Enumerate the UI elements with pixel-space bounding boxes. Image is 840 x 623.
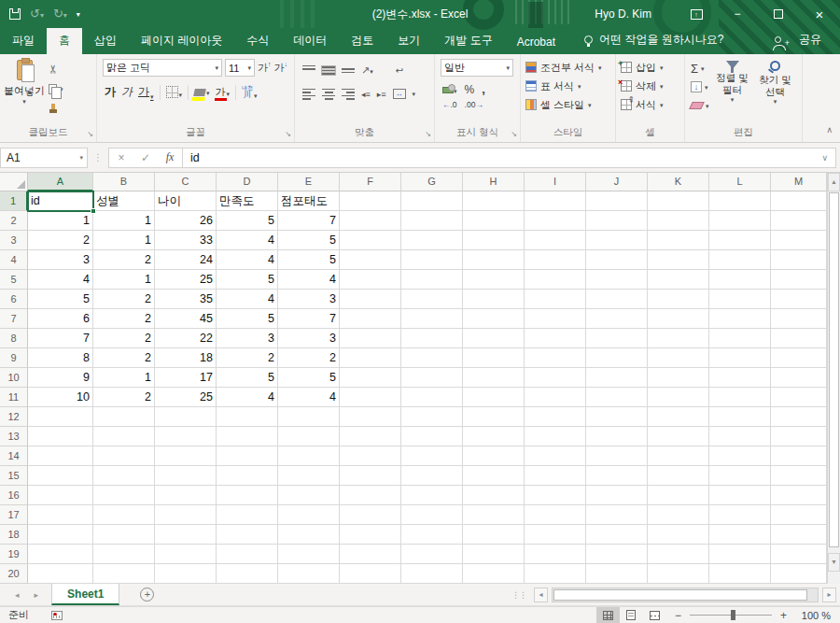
cell-I1[interactable]	[525, 191, 586, 211]
cell-J2[interactable]	[586, 211, 648, 231]
row-header-5[interactable]: 5	[0, 270, 28, 290]
cell-J18[interactable]	[586, 525, 648, 545]
zoom-slider[interactable]	[690, 607, 772, 623]
cell-D5[interactable]: 5	[217, 270, 278, 290]
cell-J1[interactable]	[586, 191, 648, 211]
font-name-combo[interactable]: 맑은 고딕▾	[103, 59, 222, 77]
cell-D11[interactable]: 4	[217, 388, 278, 407]
cell-K13[interactable]	[648, 427, 709, 446]
cell-B6[interactable]: 2	[93, 290, 155, 309]
cell-G9[interactable]	[401, 348, 463, 368]
cell-M9[interactable]	[771, 348, 827, 368]
cell-A4[interactable]: 3	[28, 250, 93, 270]
cell-K19[interactable]	[648, 545, 709, 564]
column-header-B[interactable]: B	[93, 173, 155, 191]
column-header-L[interactable]: L	[709, 173, 771, 191]
cell-M14[interactable]	[771, 446, 827, 466]
cell-L16[interactable]	[709, 486, 771, 505]
row-header-17[interactable]: 17	[0, 505, 28, 525]
redo-dropdown-icon[interactable]: ▾	[63, 11, 67, 20]
cell-G19[interactable]	[401, 545, 463, 564]
column-header-A[interactable]: A	[28, 173, 93, 191]
cell-E15[interactable]	[278, 466, 340, 486]
cell-F4[interactable]	[340, 250, 401, 270]
fill-color-button[interactable]: ▾	[194, 89, 210, 96]
cell-E16[interactable]	[278, 486, 340, 505]
column-header-K[interactable]: K	[648, 173, 709, 191]
cell-E2[interactable]: 7	[278, 211, 340, 231]
italic-button[interactable]: 가	[121, 84, 133, 100]
cell-E17[interactable]	[278, 505, 340, 525]
cell-K7[interactable]	[648, 309, 709, 329]
cell-K3[interactable]	[648, 231, 709, 250]
cell-G13[interactable]	[401, 427, 463, 446]
increase-decimal-button[interactable]: ←.0	[442, 100, 457, 109]
cell-K10[interactable]	[648, 368, 709, 388]
zoom-in-button[interactable]: +	[772, 609, 795, 622]
fill-handle[interactable]	[91, 208, 96, 214]
font-dialog-launcher-icon[interactable]: ↘	[285, 130, 291, 138]
cell-D8[interactable]: 3	[217, 329, 278, 348]
scroll-up-icon[interactable]: ▲	[828, 173, 840, 191]
cell-B13[interactable]	[93, 427, 155, 446]
cell-M1[interactable]	[771, 191, 827, 211]
cell-J15[interactable]	[586, 466, 648, 486]
row-header-15[interactable]: 15	[0, 466, 28, 486]
cell-L11[interactable]	[709, 388, 771, 407]
cell-I19[interactable]	[525, 545, 586, 564]
cell-K17[interactable]	[648, 505, 709, 525]
cell-C15[interactable]	[155, 466, 217, 486]
formula-bar-resize-handle[interactable]: ⋮	[93, 152, 103, 163]
ribbon-tab-파일[interactable]: 파일	[0, 28, 47, 54]
macro-record-icon[interactable]	[51, 611, 63, 620]
cell-C8[interactable]: 22	[155, 329, 217, 348]
cancel-entry-button[interactable]: ×	[109, 151, 133, 164]
expand-formula-bar-icon[interactable]: ∨	[814, 153, 835, 163]
row-header-14[interactable]: 14	[0, 446, 28, 466]
cell-J17[interactable]	[586, 505, 648, 525]
cell-B8[interactable]: 2	[93, 329, 155, 348]
clear-button[interactable]: ▾	[691, 98, 709, 113]
cell-G8[interactable]	[401, 329, 463, 348]
row-header-8[interactable]: 8	[0, 329, 28, 348]
cell-M2[interactable]	[771, 211, 827, 231]
cell-F9[interactable]	[340, 348, 401, 368]
cell-F7[interactable]	[340, 309, 401, 329]
increase-indent-button[interactable]: ▸≡	[377, 90, 386, 99]
cell-J9[interactable]	[586, 348, 648, 368]
cell-H6[interactable]	[463, 290, 525, 309]
cell-G5[interactable]	[401, 270, 463, 290]
copy-button[interactable]: ▾	[49, 81, 63, 96]
cell-I16[interactable]	[525, 486, 586, 505]
cell-B15[interactable]	[93, 466, 155, 486]
cell-A17[interactable]	[28, 505, 93, 525]
prev-sheet-icon[interactable]: ◂	[15, 590, 20, 600]
cell-G11[interactable]	[401, 388, 463, 407]
row-header-12[interactable]: 12	[0, 407, 28, 427]
cell-H9[interactable]	[463, 348, 525, 368]
column-header-D[interactable]: D	[217, 173, 278, 191]
autosum-button[interactable]: Σ▾	[691, 61, 709, 76]
cell-M3[interactable]	[771, 231, 827, 250]
row-header-1[interactable]: 1	[0, 191, 28, 211]
cell-I5[interactable]	[525, 270, 586, 290]
horizontal-scrollbar[interactable]	[552, 588, 819, 602]
cell-H19[interactable]	[463, 545, 525, 564]
format-cells-button[interactable]: ✎서식▾	[616, 95, 684, 114]
minimize-button[interactable]: −	[717, 0, 758, 28]
wrap-text-button[interactable]: ↩	[396, 65, 403, 76]
cell-J13[interactable]	[586, 427, 648, 446]
cell-I7[interactable]	[525, 309, 586, 329]
cell-A7[interactable]: 6	[28, 309, 93, 329]
cell-I10[interactable]	[525, 368, 586, 388]
cell-F5[interactable]	[340, 270, 401, 290]
cell-L10[interactable]	[709, 368, 771, 388]
cell-I8[interactable]	[525, 329, 586, 348]
cell-H10[interactable]	[463, 368, 525, 388]
cell-I20[interactable]	[525, 564, 586, 584]
column-header-J[interactable]: J	[586, 173, 648, 191]
cell-D12[interactable]	[217, 407, 278, 427]
cell-L9[interactable]	[709, 348, 771, 368]
ribbon-tab-보기[interactable]: 보기	[385, 28, 432, 54]
cell-C11[interactable]: 25	[155, 388, 217, 407]
